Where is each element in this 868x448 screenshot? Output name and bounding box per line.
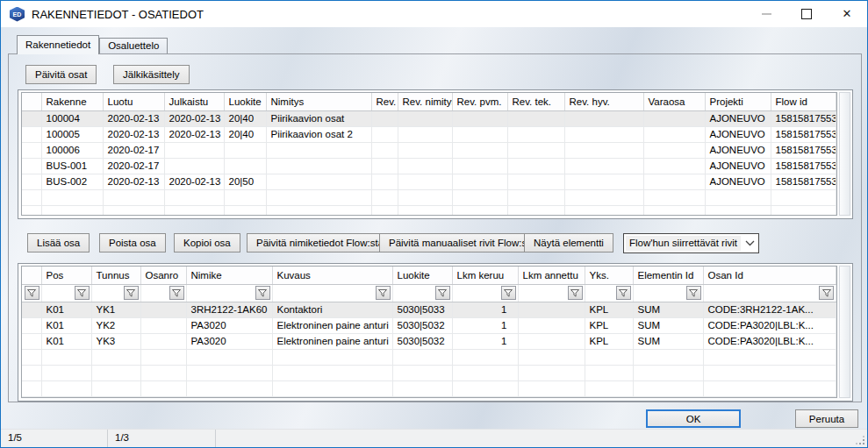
lisaa-osa-button[interactable]: Lisää osa — [27, 233, 90, 252]
resize-grip-icon[interactable] — [854, 434, 865, 445]
column-header[interactable]: Flow id — [771, 93, 836, 110]
close-button[interactable]: ✕ — [827, 1, 867, 26]
column-header[interactable]: Luokite — [224, 93, 266, 110]
column-header[interactable]: Varaosa — [643, 93, 705, 110]
app-icon: ED — [10, 7, 25, 22]
cell — [371, 126, 398, 142]
column-header[interactable]: Kuvaus — [272, 267, 392, 284]
filter-button[interactable] — [169, 286, 184, 300]
filter-button[interactable] — [568, 286, 583, 300]
cell: 100006 — [41, 142, 103, 158]
column-header[interactable]: Elementin Id — [633, 267, 703, 284]
filter-button[interactable] — [25, 286, 39, 300]
cell — [371, 174, 398, 189]
column-header[interactable]: Rev. tek. — [507, 93, 564, 110]
cell: 1581581755347 — [771, 158, 836, 174]
table-row[interactable]: 1000062020-02-17AJONEUVO1581581755349 — [22, 142, 836, 158]
paivita-osat-button[interactable]: Päivitä osat — [25, 65, 97, 84]
cell: PA3020 — [186, 333, 272, 349]
filter-button[interactable] — [501, 286, 516, 300]
paivita-manuaaliset-rivit-button[interactable]: Päivitä manuaaliset rivit Flow:sta — [379, 233, 545, 252]
cell: Piirikaavion osat 2 — [266, 126, 371, 142]
column-header[interactable]: Lkm keruu — [452, 267, 518, 284]
column-header[interactable]: Yks. — [585, 267, 633, 284]
filter-icon — [438, 289, 447, 297]
filter-cell — [392, 284, 452, 302]
cancel-button[interactable]: Peruuta — [795, 409, 858, 428]
column-header[interactable]: Tunnus — [91, 267, 140, 284]
filter-button[interactable] — [376, 286, 391, 300]
filter-button[interactable] — [435, 286, 450, 300]
column-header[interactable]: Nimike — [186, 267, 272, 284]
cell — [643, 110, 705, 126]
nayta-elementti-button[interactable]: Näytä elementti — [524, 233, 613, 252]
column-header[interactable]: Projekti — [705, 93, 771, 110]
table-row[interactable]: BUS-0012020-02-17AJONEUVO1581581755347 — [22, 158, 836, 174]
cell — [507, 174, 564, 189]
jalkikasittely-button[interactable]: Jälkikäsittely — [113, 65, 190, 84]
cell: 1581581755349 — [771, 142, 836, 158]
parts-toolbar: Lisää osa Poista osa Kopioi osa Päivitä … — [18, 233, 852, 253]
status-bar: 1/5 1/3 — [1, 429, 867, 447]
column-header[interactable]: Nimitys — [266, 93, 371, 110]
filter-cell — [703, 284, 836, 302]
structures-vertical-scrollbar[interactable] — [839, 92, 850, 216]
app-icon-text: ED — [12, 11, 21, 18]
filter-button[interactable] — [616, 286, 631, 300]
cell — [643, 126, 705, 142]
column-header[interactable]: Rev. hyv. — [564, 93, 643, 110]
minimize-button[interactable] — [746, 1, 786, 26]
column-header[interactable]: Osanro — [140, 267, 186, 284]
poista-osa-button[interactable]: Poista osa — [99, 233, 166, 252]
cell: 100005 — [41, 126, 103, 142]
cell: 2020-02-17 — [103, 158, 164, 174]
cell: YK2 — [91, 317, 140, 333]
cell — [507, 158, 564, 174]
paivita-nimiketiedot-button[interactable]: Päivitä nimiketiedot Flow:sta — [247, 233, 393, 252]
filter-button[interactable] — [819, 286, 834, 300]
column-header[interactable]: Julkaistu — [164, 93, 224, 110]
rows-filter-dropdown[interactable]: Flow'hun siirrettävät rivit — [623, 233, 759, 253]
filter-button[interactable] — [124, 286, 139, 300]
cell — [371, 110, 398, 126]
filter-button[interactable] — [75, 286, 90, 300]
tab-osaluettelo[interactable]: Osaluettelo — [99, 38, 168, 53]
column-header[interactable]: Rakenne — [41, 93, 103, 110]
cell: SUM — [633, 333, 703, 349]
column-header[interactable]: Rev. — [371, 93, 398, 110]
structures-grid-viewport: RakenneLuotuJulkaistuLuokiteNimitysRev.R… — [21, 92, 837, 216]
column-header[interactable]: Rev. nimitys — [398, 93, 452, 110]
table-row[interactable]: K01YK2PA3020Elektroninen paine anturi503… — [22, 317, 836, 333]
empty-row — [22, 349, 836, 365]
cell — [518, 317, 585, 333]
table-row[interactable]: K01YK13RH2122-1AK60Kontaktori5030|50331K… — [22, 302, 836, 317]
kopioi-osa-button[interactable]: Kopioi osa — [174, 233, 240, 252]
cell — [224, 142, 266, 158]
cell — [398, 174, 452, 189]
column-header[interactable]: Luotu — [103, 93, 164, 110]
structures-grid-panel: RakenneLuotuJulkaistuLuokiteNimitysRev.R… — [18, 89, 853, 219]
parts-vertical-scrollbar[interactable] — [839, 266, 850, 398]
column-header[interactable]: Lkm annettu — [518, 267, 585, 284]
table-row[interactable]: 1000052020-02-132020-02-1320|40Piirikaav… — [22, 126, 836, 142]
ok-button[interactable]: OK — [646, 409, 741, 428]
minimize-icon — [762, 13, 771, 15]
column-header[interactable]: Rev. pvm. — [452, 93, 507, 110]
cell — [398, 110, 452, 126]
filter-button[interactable] — [686, 286, 701, 300]
filter-button[interactable] — [255, 286, 270, 300]
column-header[interactable] — [22, 267, 41, 284]
column-header[interactable]: Pos — [41, 267, 91, 284]
table-row[interactable]: K01YK3PA3020Elektroninen paine anturi503… — [22, 333, 836, 349]
cell — [507, 142, 564, 158]
table-row[interactable]: 1000042020-02-132020-02-1320|40Piirikaav… — [22, 110, 836, 126]
maximize-button[interactable] — [786, 1, 827, 26]
tab-rakennetiedot[interactable]: Rakennetiedot — [17, 35, 99, 54]
column-header[interactable]: Osan Id — [703, 267, 836, 284]
column-header[interactable]: Luokite — [392, 267, 452, 284]
column-header[interactable] — [22, 93, 41, 110]
window-controls: ✕ — [746, 1, 867, 26]
table-row[interactable]: BUS-0022020-02-132020-02-1320|50AJONEUVO… — [22, 174, 836, 189]
cell: YK1 — [91, 302, 140, 317]
cell: AJONEUVO — [705, 110, 771, 126]
